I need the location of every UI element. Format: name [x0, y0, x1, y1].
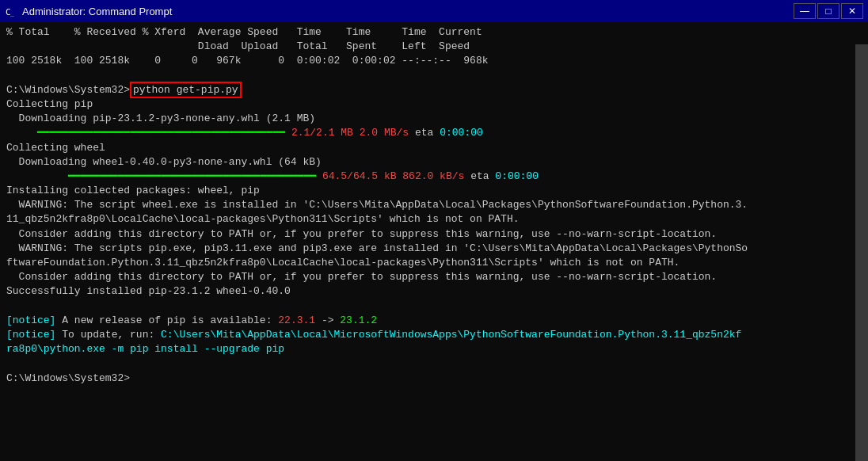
line-warning3b: ftwareFoundation.Python.3.11_qbz5n2kfra8… — [6, 256, 862, 270]
line-warning1: WARNING: The script wheel.exe is install… — [6, 198, 862, 212]
notice1-old-version: 22.3.1 — [278, 314, 315, 326]
line-collecting2: Collecting wheel — [6, 141, 862, 155]
close-button[interactable]: ✕ — [841, 3, 863, 19]
line-blank3 — [6, 356, 862, 371]
line-success: Successfully installed pip-23.1.2 wheel-… — [6, 284, 862, 299]
progress2-stats: 64.5/64.5 kB 862.0 kB/s — [322, 170, 464, 182]
command-text: python get-pip.py — [133, 84, 238, 96]
progress1-eta-label: eta — [409, 127, 440, 139]
line-blank2 — [6, 299, 862, 314]
cmd-icon: C _ — [5, 5, 17, 17]
notice1-new-version: 23.1.2 — [340, 314, 377, 326]
notice2-text: To update, run: — [55, 329, 161, 341]
line-progress2: ━━━━━━━━━━━━━━━━━━━━━━━━━━━━━━━━━━━━━━━━… — [6, 170, 862, 184]
window-title: Administrator: Command Prompt — [22, 6, 172, 17]
window-controls: — □ ✕ — [794, 3, 863, 19]
title-bar: C _ Administrator: Command Prompt — □ ✕ — [0, 0, 868, 22]
line-progress1: ━━━━━━━━━━━━━━━━━━━━━━━━━━━━━━━━━━━━━━━━… — [6, 126, 862, 140]
line-notice2b: ra8p0\python.exe -m pip install --upgrad… — [6, 342, 862, 356]
line-warning2: Consider adding this directory to PATH o… — [6, 227, 862, 242]
progress1-bar: ━━━━━━━━━━━━━━━━━━━━━━━━━━━━━━━━━━━━━━━━ — [6, 127, 291, 139]
progress1-stats: 2.1/2.1 MB 2.0 MB/s — [291, 127, 409, 139]
scrollbar[interactable] — [855, 44, 868, 461]
notice1-text: A new release of pip is available: — [55, 314, 278, 326]
line-prompt2: C:\Windows\System32> — [6, 371, 862, 386]
title-bar-left: C _ Administrator: Command Prompt — [5, 5, 172, 17]
line-warning3: WARNING: The scripts pip.exe, pip3.11.ex… — [6, 242, 862, 256]
line-downloading1: Downloading pip-23.1.2-py3-none-any.whl … — [6, 112, 862, 126]
line-data1: 100 2518k 100 2518k 0 0 967k 0 0:00:02 0… — [6, 54, 862, 68]
notice1-arrow: -> — [315, 314, 340, 326]
line-command: C:\Windows\System32>python get-pip.py — [6, 83, 862, 97]
console-output[interactable]: % Total % Received % Xferd Average Speed… — [0, 22, 868, 461]
line-installing: Installing collected packages: wheel, pi… — [6, 184, 862, 198]
command-highlight: python get-pip.py — [130, 82, 242, 98]
line-header1: % Total % Received % Xferd Average Speed… — [6, 25, 862, 40]
notice2-prefix: [notice] — [6, 329, 55, 341]
svg-text:_: _ — [10, 10, 14, 17]
window: C _ Administrator: Command Prompt — □ ✕ … — [0, 0, 868, 461]
line-collecting: Collecting pip — [6, 97, 862, 112]
progress2-bar: ━━━━━━━━━━━━━━━━━━━━━━━━━━━━━━━━━━━━━━━━ — [6, 170, 322, 182]
notice1-prefix: [notice] — [6, 314, 55, 326]
line-warning4: Consider adding this directory to PATH o… — [6, 270, 862, 284]
progress2-eta-value: 0:00:00 — [495, 170, 539, 182]
prompt1: C:\Windows\System32> — [6, 84, 130, 96]
line-notice1: [notice] A new release of pip is availab… — [6, 314, 862, 328]
minimize-button[interactable]: — — [794, 3, 816, 19]
line-header2: Dload Upload Total Spent Left Speed — [6, 40, 862, 54]
maximize-button[interactable]: □ — [817, 3, 839, 19]
progress1-eta-value: 0:00:00 — [440, 127, 483, 139]
line-downloading2: Downloading wheel-0.40.0-py3-none-any.wh… — [6, 155, 862, 170]
console-container: % Total % Received % Xferd Average Speed… — [0, 22, 868, 461]
progress2-eta-label: eta — [464, 170, 495, 182]
line-notice2: [notice] To update, run: C:\Users\Mita\A… — [6, 328, 862, 342]
notice2-cmd: C:\Users\Mita\AppData\Local\MicrosoftWin… — [161, 329, 741, 341]
line-warning1b: 11_qbz5n2kfra8p0\LocalCache\local-packag… — [6, 212, 862, 227]
